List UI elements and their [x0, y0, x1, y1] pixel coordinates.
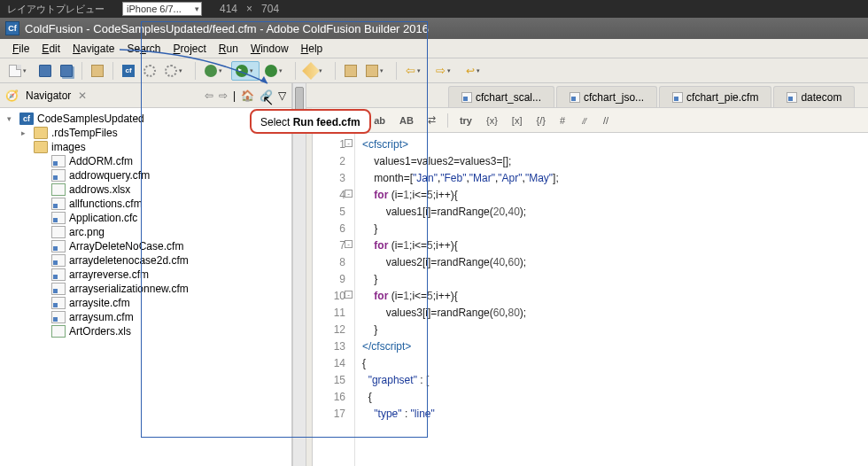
nav-back-arrow-icon[interactable]: ⇦: [205, 89, 213, 102]
braces2-button[interactable]: [x]: [509, 113, 525, 128]
nav-back-button[interactable]: ⇦: [402, 61, 430, 81]
menu-navigate[interactable]: Navigate: [67, 41, 120, 57]
editor-tab[interactable]: datecom: [773, 86, 855, 107]
lowercase-button[interactable]: ab: [371, 113, 388, 128]
menu-project[interactable]: Project: [167, 41, 211, 57]
tree-folder[interactable]: images: [4, 140, 288, 154]
save-all-button[interactable]: [57, 61, 76, 81]
device-dropdown[interactable]: iPhone 6/7...: [122, 2, 202, 16]
main-toolbar: cf ⇦ ⇨ ↩: [0, 58, 868, 83]
file-icon: [51, 212, 66, 224]
hash-button[interactable]: #: [557, 113, 568, 128]
navigator-title: Navigator: [26, 89, 71, 102]
cfm-file-icon: [672, 92, 683, 103]
navigator-panel: 🧭 Navigator ✕ ⇦ ⇨ | 🏠 🔗 ▽ ▾ cf CodeSampl…: [0, 83, 292, 466]
tree-label: arraysite.cfm: [69, 297, 130, 309]
cf-button[interactable]: cf: [119, 61, 138, 81]
tree-root[interactable]: ▾ cf CodeSamplesUpdated: [4, 112, 288, 126]
editor-tab[interactable]: cfchart_jso...: [556, 86, 657, 107]
tree-file[interactable]: arrayserializationnew.cfm: [4, 282, 288, 296]
menu-edit[interactable]: Edit: [36, 41, 66, 57]
cf-project-icon: cf: [19, 113, 34, 125]
navigator-tree[interactable]: ▾ cf CodeSamplesUpdated ▸ .rdsTempFiles …: [0, 108, 291, 466]
comment2-button[interactable]: //: [601, 113, 611, 128]
file-icon: [51, 268, 66, 281]
tree-file[interactable]: arrayreverse.cfm: [4, 268, 288, 282]
code-editor[interactable]: 1-234-567-8910-11121314151617 <cfscript>…: [312, 133, 868, 466]
run-external-button[interactable]: [261, 61, 290, 81]
close-icon[interactable]: ✕: [78, 89, 87, 102]
menu-search[interactable]: Search: [121, 41, 166, 57]
nav-menu-icon[interactable]: ▽: [278, 89, 286, 102]
tree-folder[interactable]: ▸ .rdsTempFiles: [4, 126, 288, 140]
tree-file[interactable]: ArtOrders.xls: [4, 324, 288, 338]
cf-app-icon: Cf: [5, 21, 19, 35]
file-icon: [51, 325, 66, 338]
run-button[interactable]: [231, 61, 260, 81]
debug-button[interactable]: [201, 61, 229, 81]
nav-fwd-arrow-icon[interactable]: ⇨: [219, 89, 228, 102]
open-perspective-button[interactable]: [88, 61, 107, 81]
tree-file[interactable]: arc.png: [4, 225, 288, 239]
file-icon: [51, 226, 66, 238]
uppercase-button[interactable]: AB: [397, 113, 416, 128]
new-button[interactable]: [5, 61, 34, 81]
link-editor-icon[interactable]: 🔗: [260, 89, 273, 102]
tree-label: CodeSamplesUpdated: [37, 113, 144, 125]
file-icon: [51, 198, 66, 210]
package-button[interactable]: [341, 61, 360, 81]
tree-file[interactable]: arraysite.cfm: [4, 296, 288, 310]
editor-tab[interactable]: cfchart_pie.cfm: [659, 86, 771, 107]
window-title-bar: Cf ColdFusion - CodeSamplesUpdated/feed.…: [0, 18, 868, 39]
tab-label: cfchart_jso...: [584, 91, 644, 104]
file-icon: [51, 240, 66, 252]
navigator-header: 🧭 Navigator ✕ ⇦ ⇨ | 🏠 🔗 ▽: [0, 83, 291, 108]
menu-file[interactable]: File: [7, 41, 35, 57]
tree-file[interactable]: addrows.xlsx: [4, 183, 288, 197]
tab-label: datecom: [801, 91, 841, 104]
editor-toolbar: “ ‘ , ab AB ⇄ try {x} [x] {/} # ⫽ //: [312, 108, 868, 133]
collapse-icon[interactable]: ▾: [7, 114, 16, 123]
menu-window[interactable]: Window: [245, 41, 294, 57]
swap-button[interactable]: ⇄: [425, 113, 438, 128]
navigator-scrollbar[interactable]: [292, 83, 306, 466]
tree-label: images: [51, 141, 86, 153]
tree-label: .rdsTempFiles: [51, 127, 118, 139]
comment1-button[interactable]: ⫽: [577, 113, 592, 128]
tree-file[interactable]: arraysum.cfm: [4, 310, 288, 324]
tree-file[interactable]: AddORM.cfm: [4, 154, 288, 168]
tree-label: arc.png: [69, 226, 105, 238]
folder-icon: [34, 141, 48, 153]
file-icon: [51, 254, 66, 267]
package-drop-button[interactable]: [362, 61, 391, 81]
tree-file[interactable]: allfunctions.cfm: [4, 197, 288, 211]
gear-button[interactable]: [140, 61, 159, 81]
editor-tab[interactable]: cfchart_scal...: [448, 86, 554, 107]
nav-fwd-button[interactable]: ⇨: [432, 61, 461, 81]
tree-label: addrows.xlsx: [69, 183, 130, 196]
tree-label: AddORM.cfm: [69, 155, 133, 167]
tree-file[interactable]: addrowquery.cfm: [4, 168, 288, 183]
braces3-button[interactable]: {/}: [533, 113, 547, 128]
code-content[interactable]: <cfscript> values1=values2=values3=[]; m…: [355, 133, 868, 466]
tree-file[interactable]: ArrayDeleteNoCase.cfm: [4, 239, 288, 253]
viewport-height: 704: [261, 3, 279, 15]
tree-file[interactable]: Application.cfc: [4, 211, 288, 225]
viewport-width: 414: [220, 3, 237, 15]
window-title: ColdFusion - CodeSamplesUpdated/feed.cfm…: [25, 22, 429, 35]
wand-button[interactable]: [301, 61, 329, 81]
cfm-file-icon: [570, 92, 580, 103]
menu-run[interactable]: Run: [213, 41, 244, 57]
expand-icon[interactable]: ▸: [21, 128, 30, 137]
tab-label: cfchart_pie.cfm: [686, 91, 758, 104]
save-button[interactable]: [35, 61, 55, 81]
menu-help[interactable]: Help: [296, 41, 329, 57]
nav-home-icon[interactable]: 🏠: [241, 89, 254, 102]
try-button[interactable]: try: [457, 113, 475, 128]
tree-file[interactable]: arraydeletenocase2d.cfm: [4, 253, 288, 268]
layout-preview-bar: レイアウトプレビュー iPhone 6/7... 414 × 704: [0, 0, 868, 18]
braces1-button[interactable]: {x}: [484, 113, 500, 128]
nav-last-button[interactable]: ↩: [462, 61, 491, 81]
tree-label: arraydeletenocase2d.cfm: [69, 254, 189, 267]
gear-drop-button[interactable]: [161, 61, 190, 81]
